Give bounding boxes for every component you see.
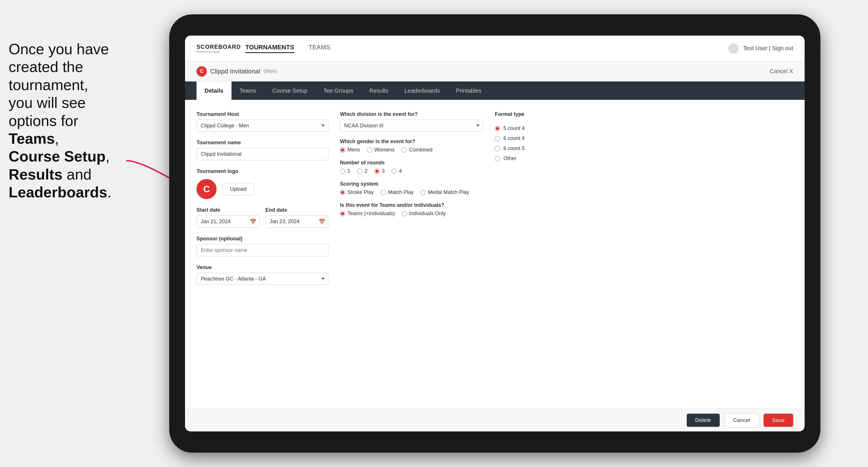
teams-plus-individuals[interactable]: Teams (+Individuals) (340, 211, 395, 217)
tournament-badge: (Men) (264, 68, 277, 74)
nav-links: TOURNAMENTS TEAMS (245, 43, 728, 53)
rounds-2-label: 2 (365, 168, 368, 174)
cancel-button[interactable]: Cancel (724, 413, 759, 427)
end-date-label: End date (265, 207, 329, 213)
upload-button[interactable]: Upload (222, 183, 254, 195)
gender-combined[interactable]: Combined (402, 147, 433, 153)
tournament-name-group: Tournament name (196, 140, 329, 160)
scoring-medal[interactable]: Medal Match Play (421, 189, 469, 195)
format-6count5: 6 count 5 (495, 146, 793, 152)
division-select[interactable]: NCAA Division III (340, 120, 483, 132)
scoring-medal-label: Medal Match Play (428, 189, 469, 195)
col-left: Tournament Host Clippd College - Men Tou… (196, 111, 329, 403)
nav-link-tournaments[interactable]: TOURNAMENTS (245, 43, 294, 53)
individuals-only[interactable]: Individuals Only (402, 211, 446, 217)
sponsor-group: Sponsor (optional) (196, 236, 329, 256)
scoring-stroke-radio[interactable] (340, 190, 345, 195)
save-button[interactable]: Save (764, 414, 793, 427)
main-content: Tournament Host Clippd College - Men Tou… (185, 100, 805, 408)
tournament-name-input[interactable] (196, 148, 329, 160)
venue-label: Venue (196, 264, 329, 271)
format-6count5-radio[interactable] (495, 146, 500, 151)
tournament-host-group: Tournament Host Clippd College - Men (196, 111, 329, 132)
gender-combined-label: Combined (409, 147, 433, 153)
gender-group: Which gender is the event for? Mens Wome… (340, 138, 483, 153)
top-nav: SCOREBOARD Powered by clippd TOURNAMENTS… (185, 36, 805, 61)
venue-select[interactable]: Peachtree GC - Atlanta - GA (196, 273, 329, 285)
format-6count4-radio[interactable] (495, 136, 500, 141)
division-group: Which division is the event for? NCAA Di… (340, 111, 483, 132)
delete-button[interactable]: Delete (687, 414, 720, 427)
rounds-2[interactable]: 2 (357, 168, 368, 174)
user-avatar-icon (728, 43, 739, 54)
venue-group: Venue Peachtree GC - Atlanta - GA (196, 264, 329, 285)
gender-mens-label: Mens (347, 147, 360, 153)
sponsor-label: Sponsor (optional) (196, 236, 329, 242)
tournament-host-select[interactable]: Clippd College - Men (196, 120, 329, 132)
form-area: Tournament Host Clippd College - Men Tou… (185, 100, 805, 408)
gender-combined-radio[interactable] (402, 148, 407, 153)
start-date-field: Start date 📅 (196, 207, 259, 228)
rounds-4-radio[interactable] (392, 169, 397, 174)
scoring-label: Scoring system (340, 181, 483, 187)
tab-details[interactable]: Details (196, 82, 231, 100)
scoring-stroke[interactable]: Stroke Play (340, 189, 374, 195)
rounds-4[interactable]: 4 (392, 168, 402, 174)
tab-printables[interactable]: Printables (448, 82, 489, 100)
tab-tee-groups[interactable]: Tee Groups (315, 82, 361, 100)
start-date-wrapper: 📅 (196, 215, 259, 228)
scoring-radio-group: Stroke Play Match Play Medal Match Play (340, 189, 483, 195)
tab-leaderboards[interactable]: Leaderboards (396, 82, 448, 100)
rounds-group: Number of rounds 1 2 (340, 160, 483, 174)
rounds-3-label: 3 (382, 168, 385, 174)
tab-results[interactable]: Results (361, 82, 396, 100)
scoring-group: Scoring system Stroke Play Match Play (340, 181, 483, 195)
teams-radio-group: Teams (+Individuals) Individuals Only (340, 211, 483, 217)
rounds-1[interactable]: 1 (340, 168, 350, 174)
scoring-medal-radio[interactable] (421, 190, 426, 195)
format-5count4: 5 count 4 (495, 125, 793, 131)
tournament-title: Clippd Invitational (210, 68, 260, 75)
user-text[interactable]: Test User | Sign out (743, 45, 793, 52)
end-date-wrapper: 📅 (265, 215, 329, 228)
individuals-only-radio[interactable] (402, 211, 407, 216)
nav-link-teams[interactable]: TEAMS (309, 43, 331, 53)
format-other: Other (495, 155, 793, 161)
gender-mens-radio[interactable] (340, 148, 345, 153)
format-options: 5 count 4 6 count 4 6 count 5 Other (495, 125, 793, 161)
rounds-radio-group: 1 2 3 4 (340, 168, 483, 174)
cancel-top-button[interactable]: Cancel X (770, 68, 793, 74)
tablet-screen: SCOREBOARD Powered by clippd TOURNAMENTS… (185, 36, 805, 431)
gender-womens[interactable]: Womens (367, 147, 395, 153)
rounds-3[interactable]: 3 (374, 168, 385, 174)
scoring-match-radio[interactable] (381, 190, 386, 195)
tournament-logo-group: Tournament logo C Upload (196, 168, 329, 199)
gender-womens-label: Womens (374, 147, 395, 153)
format-5count4-radio[interactable] (495, 126, 500, 131)
teams-group: Is this event for Teams and/or Individua… (340, 202, 483, 217)
gender-radio-group: Mens Womens Combined (340, 147, 483, 153)
rounds-3-radio[interactable] (374, 169, 379, 174)
teams-label: Is this event for Teams and/or Individua… (340, 202, 483, 208)
scoring-stroke-label: Stroke Play (347, 189, 374, 195)
gender-mens[interactable]: Mens (340, 147, 360, 153)
rounds-2-radio[interactable] (357, 169, 362, 174)
teams-plus-radio[interactable] (340, 211, 345, 216)
format-6count5-label: 6 count 5 (503, 146, 525, 152)
end-date-field: End date 📅 (265, 207, 329, 228)
gender-womens-radio[interactable] (367, 148, 372, 153)
scoring-match[interactable]: Match Play (381, 189, 414, 195)
user-area: Test User | Sign out (728, 43, 793, 54)
rounds-1-radio[interactable] (340, 169, 345, 174)
sponsor-input[interactable] (196, 244, 329, 256)
tab-course-setup[interactable]: Course Setup (265, 82, 315, 100)
logo-preview: C (196, 179, 217, 199)
rounds-4-label: 4 (399, 168, 402, 174)
scoring-match-label: Match Play (388, 189, 414, 195)
tab-teams[interactable]: Teams (231, 82, 265, 100)
instruction-text: Once you have created the tournament, yo… (0, 34, 135, 207)
logo-title: SCOREBOARD (196, 43, 241, 50)
start-date-label: Start date (196, 207, 259, 213)
format-other-radio[interactable] (495, 156, 500, 161)
tablet-frame: SCOREBOARD Powered by clippd TOURNAMENTS… (169, 14, 820, 453)
